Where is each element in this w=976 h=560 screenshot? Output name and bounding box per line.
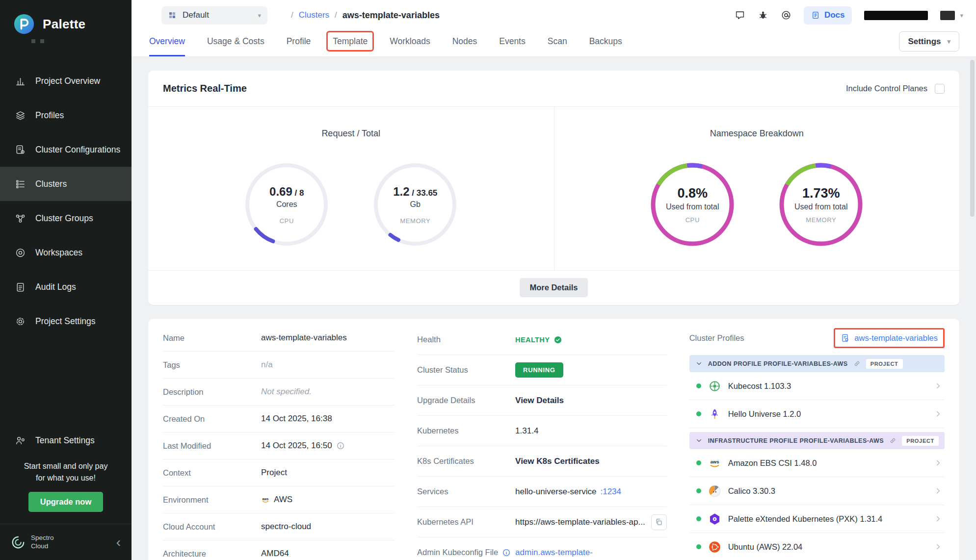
detail-row-architecture: Architecture AMD64	[163, 540, 395, 560]
support-icon[interactable]	[781, 10, 791, 21]
scrollbar-thumb[interactable]	[970, 60, 975, 217]
chevron-right-icon[interactable]	[934, 514, 943, 523]
detail-row-health: Health HEALTHY	[417, 325, 667, 355]
profile-pack-ubuntu[interactable]: Ubuntu (AWS) 22.04	[689, 533, 945, 560]
profile-pack-amazon-ebs-csi[interactable]: aws Amazon EBS CSI 1.48.0	[689, 449, 945, 477]
view-k8s-certificates-link[interactable]: View K8s Certificates	[515, 457, 600, 466]
details-middle-column: Health HEALTHY Cluster Status RUNNING Up…	[417, 325, 667, 560]
chevron-right-icon[interactable]	[934, 409, 943, 418]
more-details-button[interactable]: More Details	[520, 278, 587, 297]
sidebar-item-label: Project Settings	[35, 316, 96, 327]
cluster-profiles-column: Cluster Profiles aws-template-variables …	[689, 325, 945, 560]
namespace-memory-percent: 1.73%	[802, 186, 840, 201]
palette-pxk-icon	[708, 512, 721, 526]
include-control-planes-checkbox[interactable]	[935, 84, 945, 94]
tab-overview[interactable]: Overview	[149, 26, 185, 56]
tab-events[interactable]: Events	[499, 26, 526, 56]
tab-scan[interactable]: Scan	[548, 26, 567, 56]
metrics-title: Metrics Real-Time	[163, 83, 247, 94]
bug-report-icon[interactable]	[758, 10, 768, 21]
request-total-section: Request / Total 0.69 / 8 Cores	[148, 107, 554, 270]
aws-icon: aws	[261, 495, 270, 504]
layers-icon	[15, 110, 26, 121]
metrics-card: Metrics Real-Time Include Control Planes…	[148, 71, 959, 305]
tab-workloads[interactable]: Workloads	[390, 26, 430, 56]
sidebar-item-workspaces[interactable]: Workspaces	[0, 235, 132, 270]
redacted-avatar	[940, 11, 955, 20]
service-port-link[interactable]: :1234	[600, 487, 621, 497]
tab-profile[interactable]: Profile	[287, 26, 311, 56]
sidebar-item-profiles[interactable]: Profiles	[0, 98, 132, 132]
namespace-memory-caption: Used from total	[794, 203, 847, 211]
palette-logo-icon	[13, 13, 35, 35]
main-area: Default ▾ / Clusters / aws-template-vari…	[132, 0, 976, 560]
network-icon	[15, 213, 26, 224]
chevron-right-icon[interactable]	[934, 486, 943, 495]
info-icon[interactable]	[336, 441, 345, 450]
sidebar-item-cluster-groups[interactable]: Cluster Groups	[0, 201, 132, 235]
tab-usage-costs[interactable]: Usage & Costs	[207, 26, 264, 56]
clipboard-icon	[15, 281, 26, 293]
profile-pack-hello-universe[interactable]: Hello Universe 1.2.0	[689, 400, 945, 428]
addon-profile-group-header[interactable]: ADDON PROFILE PROFILE-VARIABLES-AWS PROJ…	[689, 355, 945, 372]
chevron-right-icon[interactable]	[934, 542, 943, 551]
admin-kubeconfig-link[interactable]: admin.aws-template-	[515, 548, 593, 558]
tab-backups[interactable]: Backups	[589, 26, 622, 56]
sidebar-item-tenant-settings[interactable]: Tenant Settings	[0, 426, 132, 455]
copy-icon[interactable]	[651, 514, 667, 530]
request-total-title: Request / Total	[156, 128, 546, 139]
chevron-down-icon: ▾	[947, 38, 950, 45]
annotation-box-profile-link: aws-template-variables	[834, 328, 945, 348]
profile-pack-pxk[interactable]: Palette eXtended Kubernetes (PXK) 1.31.4	[689, 505, 945, 533]
breadcrumb-clusters-link[interactable]: Clusters	[299, 10, 329, 20]
docs-button[interactable]: Docs	[804, 6, 852, 25]
sidebar-item-cluster-configurations[interactable]: Cluster Configurations	[0, 132, 132, 167]
detail-row-kubernetes: Kubernetes 1.31.4	[417, 416, 667, 446]
info-icon[interactable]	[502, 548, 511, 557]
tab-nodes[interactable]: Nodes	[452, 26, 477, 56]
project-selector-value: Default	[183, 10, 252, 20]
cpu-total-value: / 8	[292, 188, 304, 198]
sidebar-nav: Project Overview Profiles Cluster Config…	[0, 64, 132, 338]
sidebar-item-label: Cluster Groups	[35, 213, 93, 224]
settings-button[interactable]: Settings ▾	[899, 31, 959, 51]
chat-icon[interactable]	[735, 10, 745, 21]
content-area: Metrics Real-Time Include Control Planes…	[132, 57, 976, 560]
view-details-link[interactable]: View Details	[515, 396, 564, 406]
tab-template[interactable]: Template	[333, 26, 368, 56]
cpu-label: CPU	[280, 217, 294, 225]
chevron-down-icon	[695, 437, 703, 444]
project-badge: PROJECT	[866, 359, 903, 369]
detail-row-name: Name aws-template-variables	[163, 325, 395, 352]
profile-pack-calico[interactable]: Calico 3.30.3	[689, 477, 945, 505]
upgrade-now-button[interactable]: Upgrade now	[28, 492, 104, 512]
profile-pack-kubecost[interactable]: Kubecost 1.103.3	[689, 372, 945, 400]
sidebar-item-label: Tenant Settings	[35, 435, 95, 446]
sidebar: Palette Project Overview Profiles Cluste…	[0, 0, 132, 560]
spectro-cloud-logo-icon	[11, 535, 26, 550]
cluster-tabs: Overview Usage & Costs Profile Template …	[132, 26, 976, 57]
sidebar-item-project-overview[interactable]: Project Overview	[0, 64, 132, 98]
cluster-profiles-title: Cluster Profiles	[689, 333, 744, 343]
detail-row-services: Services hello-universe-service :1234	[417, 477, 667, 507]
user-menu[interactable]: ▾	[940, 11, 963, 20]
topbar-actions: Docs ▾	[735, 6, 963, 25]
namespace-breakdown-section: Namespace Breakdown 0.8% Use	[554, 107, 960, 270]
memory-request-value: 1.2	[393, 185, 409, 199]
sidebar-item-project-settings[interactable]: Project Settings	[0, 304, 132, 338]
collapse-sidebar-icon[interactable]: ‹	[116, 535, 121, 549]
chevron-right-icon[interactable]	[934, 458, 943, 467]
document-icon	[811, 11, 820, 20]
include-control-planes-label: Include Control Planes	[846, 84, 927, 93]
detail-row-created-on: Created On 14 Oct 2025, 16:38	[163, 406, 395, 433]
sidebar-item-clusters[interactable]: Clusters	[0, 167, 132, 201]
detail-row-description: Description Not specified.	[163, 379, 395, 406]
details-left-column: Name aws-template-variables Tags n/a Des…	[163, 325, 395, 560]
infrastructure-profile-group-header[interactable]: INFRASTRUCTURE PROFILE PROFILE-VARIABLES…	[689, 432, 945, 449]
footer-brand-text: SpectroCloud	[31, 534, 54, 551]
sidebar-item-audit-logs[interactable]: Audit Logs	[0, 270, 132, 304]
cluster-profile-link[interactable]: aws-template-variables	[854, 333, 938, 343]
settings-button-label: Settings	[908, 37, 941, 47]
chevron-right-icon[interactable]	[934, 382, 943, 390]
project-selector[interactable]: Default ▾	[161, 6, 267, 25]
